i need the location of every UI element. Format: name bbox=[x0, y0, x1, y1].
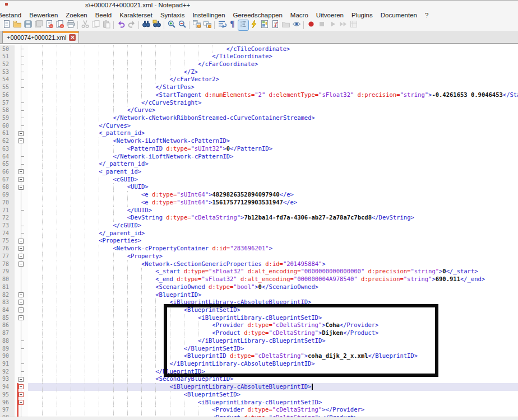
code-line[interactable]: 68<UUID> bbox=[0, 183, 518, 191]
fold-margin-cell[interactable] bbox=[15, 145, 28, 153]
document-map-button[interactable] bbox=[260, 20, 270, 30]
fold-margin-cell[interactable] bbox=[15, 298, 28, 306]
code-line[interactable]: 80<_end d:type="sFloat32" d:alt_encoding… bbox=[0, 276, 518, 283]
code-text[interactable]: <Property> bbox=[28, 253, 518, 260]
file-monitoring-button[interactable] bbox=[292, 20, 302, 30]
code-line[interactable]: 60</Curves> bbox=[0, 122, 518, 130]
fold-margin-cell[interactable] bbox=[15, 153, 28, 161]
redo-button[interactable] bbox=[127, 20, 137, 30]
code-text[interactable]: <DevString d:type="cDeltaString">7b12ba1… bbox=[28, 214, 518, 222]
fold-collapse-marker[interactable] bbox=[18, 138, 24, 143]
fold-margin-cell[interactable] bbox=[15, 321, 28, 329]
fold-margin-cell[interactable] bbox=[15, 345, 28, 353]
code-text[interactable]: <BlueprintID d:type="cDeltaString">coha_… bbox=[28, 352, 518, 360]
paste-button[interactable] bbox=[101, 20, 112, 30]
menu-item-documenten[interactable]: Documenten bbox=[377, 11, 421, 19]
zoom-out-button[interactable] bbox=[177, 20, 187, 30]
code-text[interactable]: <_start d:type="sFloat32" d:alt_encoding… bbox=[28, 268, 518, 276]
fold-collapse-marker[interactable] bbox=[18, 185, 24, 190]
code-text[interactable]: </cFarCoordinate> bbox=[28, 60, 518, 68]
fold-collapse-marker[interactable] bbox=[18, 377, 24, 382]
fold-collapse-marker[interactable] bbox=[18, 292, 24, 297]
macro-play-button[interactable] bbox=[327, 20, 337, 30]
fold-margin-cell[interactable] bbox=[15, 129, 28, 137]
menu-item-karakterset[interactable]: Karakterset bbox=[115, 11, 156, 19]
word-wrap-button[interactable] bbox=[217, 20, 227, 30]
code-line[interactable]: 83<iBlueprintLibrary-cAbsoluteBlueprintI… bbox=[0, 298, 518, 306]
code-line[interactable]: 79<_start d:type="sFloat32" d:alt_encodi… bbox=[0, 268, 518, 276]
save-all-button[interactable] bbox=[34, 20, 44, 30]
user-command-button[interactable] bbox=[249, 20, 259, 30]
macro-record-button[interactable] bbox=[306, 20, 316, 30]
fold-margin-cell[interactable] bbox=[15, 106, 28, 114]
code-line[interactable]: 93<SecondaryBlueprintID> bbox=[0, 375, 518, 383]
code-text[interactable]: <PatternID d:type="sUInt32">0</PatternID… bbox=[28, 145, 518, 153]
code-line[interactable]: 78<Network-cSectionGenericProperties d:i… bbox=[0, 260, 518, 268]
code-line[interactable]: 65</_pattern_id> bbox=[0, 160, 518, 168]
fold-margin-cell[interactable] bbox=[15, 83, 28, 91]
new-file-button[interactable] bbox=[2, 20, 12, 30]
code-line[interactable]: 54</cFarVector2> bbox=[0, 76, 518, 83]
fold-margin-cell[interactable] bbox=[15, 329, 28, 337]
code-line[interactable]: 51</TileCoordinate> bbox=[0, 53, 518, 60]
code-text[interactable]: </iBlueprintLibrary-cBlueprintSetID> bbox=[28, 337, 518, 345]
undo-button[interactable] bbox=[116, 20, 126, 30]
fold-collapse-marker[interactable] bbox=[18, 300, 24, 305]
close-all-button[interactable] bbox=[55, 20, 65, 30]
sync-scroll-v-button[interactable] bbox=[192, 20, 202, 30]
code-line[interactable]: 84<BlueprintSetID> bbox=[0, 306, 518, 314]
code-line[interactable]: 94<iBlueprintLibrary-cAbsoluteBlueprintI… bbox=[0, 383, 518, 391]
fold-margin-cell[interactable] bbox=[15, 406, 28, 414]
code-line[interactable]: 81<ScenarioOwned d:type="bool">0</Scenar… bbox=[0, 283, 518, 291]
code-line[interactable]: 76<Network-cPropertyContainer d:id="2836… bbox=[0, 245, 518, 253]
code-text[interactable]: <BlueprintSetID> bbox=[28, 391, 518, 399]
code-line[interactable]: 57</cCurveStraight> bbox=[0, 99, 518, 107]
fold-margin-cell[interactable] bbox=[15, 368, 28, 376]
menu-item-gereedschappen[interactable]: Gereedschappen bbox=[229, 11, 286, 19]
code-text[interactable]: <BlueprintSetID> bbox=[28, 306, 518, 314]
code-text[interactable]: </Curves> bbox=[28, 122, 518, 130]
fold-margin-cell[interactable] bbox=[15, 160, 28, 168]
fold-margin-cell[interactable] bbox=[15, 375, 28, 383]
code-text[interactable]: </BlueprintID> bbox=[28, 368, 518, 376]
fold-collapse-marker[interactable] bbox=[18, 307, 24, 312]
show-all-characters-button[interactable]: ¶ bbox=[228, 20, 238, 30]
macro-stop-button[interactable] bbox=[317, 20, 327, 30]
code-line[interactable]: 53</Z> bbox=[0, 68, 518, 76]
code-text[interactable]: <iBlueprintLibrary-cBlueprintSetID> bbox=[28, 314, 518, 322]
fold-margin-cell[interactable] bbox=[15, 383, 28, 391]
fold-margin-cell[interactable] bbox=[15, 352, 28, 360]
fold-margin-cell[interactable] bbox=[15, 191, 28, 199]
fold-collapse-marker[interactable] bbox=[18, 315, 24, 320]
code-text[interactable]: </cGUID> bbox=[28, 222, 518, 230]
menu-item-beeld[interactable]: Beeld bbox=[91, 11, 115, 19]
fold-margin-cell[interactable] bbox=[15, 276, 28, 283]
code-text[interactable]: <Network-iLoftNetwork-cPatternID> bbox=[28, 137, 518, 145]
fold-margin-cell[interactable] bbox=[15, 245, 28, 253]
code-text[interactable]: </iBlueprintLibrary-cAbsoluteBlueprintID… bbox=[28, 360, 518, 368]
fold-margin-cell[interactable] bbox=[15, 260, 28, 268]
code-line[interactable]: 56<StartTangent d:numElements="2" d:elem… bbox=[0, 91, 518, 99]
code-text[interactable]: </UUID> bbox=[28, 207, 518, 214]
fold-margin-cell[interactable] bbox=[15, 114, 28, 122]
fold-margin-cell[interactable] bbox=[15, 268, 28, 276]
code-line[interactable]: 88</iBlueprintLibrary-cBlueprintSetID> bbox=[0, 337, 518, 345]
code-text[interactable]: <SecondaryBlueprintID> bbox=[28, 375, 518, 383]
menu-item-zoeken[interactable]: Zoeken bbox=[62, 11, 91, 19]
fold-collapse-marker[interactable] bbox=[18, 246, 24, 251]
code-text[interactable]: <Network-cSectionGenericProperties d:id=… bbox=[28, 260, 518, 268]
code-text-current-line[interactable]: <iBlueprintLibrary-cAbsoluteBlueprintID> bbox=[28, 383, 518, 391]
save-file-button[interactable] bbox=[23, 20, 33, 30]
fold-margin-cell[interactable] bbox=[15, 360, 28, 368]
code-line[interactable]: 77<Property> bbox=[0, 253, 518, 260]
fold-collapse-marker[interactable] bbox=[18, 392, 24, 397]
fold-margin-cell[interactable] bbox=[15, 168, 28, 176]
print-button[interactable] bbox=[66, 20, 76, 30]
title-bar[interactable]: s\+000074+000021.xml - Notepad++ bbox=[0, 1, 518, 10]
tab-close-icon[interactable]: ✕ bbox=[69, 34, 76, 41]
fold-margin-cell[interactable] bbox=[15, 199, 28, 207]
fold-margin-cell[interactable] bbox=[15, 68, 28, 76]
sync-scroll-h-button[interactable] bbox=[202, 20, 212, 30]
fold-collapse-marker[interactable] bbox=[18, 131, 24, 136]
code-line[interactable]: 72<DevString d:type="cDeltaString">7b12b… bbox=[0, 214, 518, 222]
